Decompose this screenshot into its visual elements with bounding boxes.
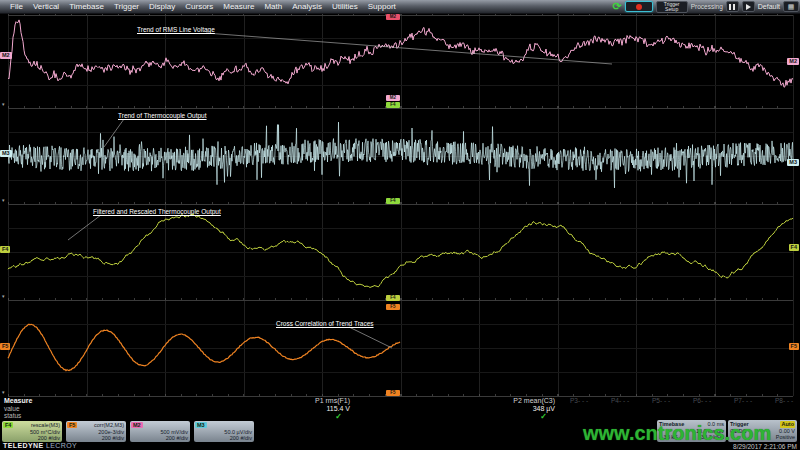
scale-limit-flag: F4 xyxy=(386,198,400,204)
panel-marker-icon: ▾ xyxy=(2,198,5,203)
channel-descriptor-lines: corr(M2,M3)200e-3/div200 #/div xyxy=(94,422,124,441)
panel-marker-icon: ▾ xyxy=(2,294,5,299)
channel-chip-m2: M2 xyxy=(131,422,143,428)
oscilloscope-app: ▾▾▾▾Trend of RMS Line VoltageTrend of Th… xyxy=(0,0,800,450)
descriptor-line: 200e-3/div xyxy=(94,429,124,435)
trace-annotation-label[interactable]: Cross Correlation of Trend Traces xyxy=(276,320,374,327)
scale-limit-flag: F4 xyxy=(386,102,400,108)
play-button[interactable] xyxy=(742,1,755,12)
menu-item-support[interactable]: Support xyxy=(368,2,396,11)
annotation-callout-line xyxy=(349,327,392,348)
trace-F5[interactable] xyxy=(8,324,400,370)
play-icon xyxy=(746,4,751,10)
trace-offset-tag-right[interactable]: M2 xyxy=(787,58,799,65)
descriptor-line: rescale(M3) xyxy=(30,422,60,428)
channel-descriptor-f4[interactable]: F4rescale(M3)500 m°C/div200 #/div xyxy=(2,421,62,442)
menu-item-display[interactable]: Display xyxy=(149,2,175,11)
channel-descriptor-m3[interactable]: M350.0 µV/div200 #/div xyxy=(194,421,254,442)
pause-icon xyxy=(729,4,735,10)
record-dot-icon xyxy=(636,4,642,10)
channel-chip-f4: F4 xyxy=(3,422,13,428)
descriptor-line: 200 #/div xyxy=(30,435,60,441)
trace-offset-tag-left[interactable]: F4 xyxy=(0,246,10,253)
annotation-callout-line xyxy=(68,215,101,240)
trace-M3[interactable] xyxy=(8,122,793,188)
menu-item-timebase[interactable]: Timebase xyxy=(69,2,104,11)
scale-limit-flag: F4 xyxy=(386,295,400,301)
channel-descriptor-lines: rescale(M3)500 m°C/div200 #/div xyxy=(30,422,60,441)
trace-offset-tag-right[interactable]: F4 xyxy=(789,244,799,251)
descriptor-line: 200 #/div xyxy=(160,435,188,441)
waveform-canvas xyxy=(0,0,800,450)
channel-chip-m3: M3 xyxy=(195,422,207,428)
logo-lecroy: LECROY xyxy=(46,442,77,449)
trace-annotation-label[interactable]: Trend of Thermocouple Output xyxy=(118,112,207,119)
menu-item-cursors[interactable]: Cursors xyxy=(185,2,213,11)
trace-offset-tag-left[interactable]: F5 xyxy=(0,343,10,350)
trace-offset-tag-right[interactable]: F5 xyxy=(789,343,799,350)
teledyne-lecroy-logo: TELEDYNE LECROY xyxy=(3,442,77,449)
menu-item-analysis[interactable]: Analysis xyxy=(292,2,322,11)
trigger-setup-button[interactable]: Trigger Setup xyxy=(656,1,688,13)
channel-descriptor-lines: 500 mV/div200 #/div xyxy=(160,429,188,441)
scale-limit-flag: M2 xyxy=(386,14,400,20)
scale-limit-flag: F5 xyxy=(386,390,400,396)
scale-limit-flag: M2 xyxy=(386,95,400,101)
descriptor-line: 50.0 µV/div xyxy=(224,429,252,435)
menu-item-trigger[interactable]: Trigger xyxy=(114,2,139,11)
descriptor-line: 200 #/div xyxy=(94,435,124,441)
scale-limit-flag: F5 xyxy=(386,304,400,310)
menu-item-measure[interactable]: Measure xyxy=(223,2,254,11)
menu-item-math[interactable]: Math xyxy=(264,2,282,11)
logo-teledyne: TELEDYNE xyxy=(3,442,44,449)
trace-M2[interactable] xyxy=(8,20,793,87)
trigger-setup-label-2: Setup xyxy=(665,7,678,12)
trace-annotation-label[interactable]: Trend of RMS Line Voltage xyxy=(137,26,215,33)
descriptor-line: corr(M2,M3) xyxy=(94,422,124,428)
toolbar-right: ⟳ Trigger Setup Processing Default ▦ xyxy=(612,0,799,13)
descriptor-line: 200 #/div xyxy=(224,435,252,441)
menu-item-utilities[interactable]: Utilities xyxy=(332,2,358,11)
auto-refresh-icon[interactable]: ⟳ xyxy=(612,1,621,12)
channel-descriptor-lines: 50.0 µV/div200 #/div xyxy=(224,429,252,441)
default-setup-label[interactable]: Default xyxy=(758,3,780,10)
trace-annotation-label[interactable]: Filtered and Rescaled Thermocouple Outpu… xyxy=(93,208,221,215)
trace-F4[interactable] xyxy=(8,214,793,287)
trace-offset-tag-left[interactable]: M3 xyxy=(0,150,12,157)
pause-button[interactable] xyxy=(726,1,739,12)
menu-item-file[interactable]: File xyxy=(10,2,23,11)
trigger-record-button[interactable] xyxy=(625,1,653,12)
trigger-slope: Positive xyxy=(776,434,795,441)
menu-bar-items: FileVerticalTimebaseTriggerDisplayCursor… xyxy=(0,2,401,11)
trigger-level: 0.00 V xyxy=(779,428,795,435)
channel-descriptor-f5[interactable]: F5corr(M2,M3)200e-3/div200 #/div xyxy=(66,421,126,442)
menu-item-vertical[interactable]: Vertical xyxy=(33,2,59,11)
descriptor-line: 500 mV/div xyxy=(160,429,188,435)
processing-status: Processing xyxy=(691,3,723,10)
panel-marker-icon: ▾ xyxy=(2,102,5,107)
aux-grid-button[interactable]: ▦ xyxy=(783,1,799,12)
trace-offset-tag-right[interactable]: M3 xyxy=(787,159,799,166)
channel-chip-f5: F5 xyxy=(67,422,77,428)
watermark-text: www.cntronics.com xyxy=(583,422,771,445)
trigger-mode-chip: Auto xyxy=(780,421,795,428)
channel-descriptor-m2[interactable]: M2500 mV/div200 #/div xyxy=(130,421,190,442)
grid-icon: ▦ xyxy=(788,3,795,11)
descriptor-line: 500 m°C/div xyxy=(30,429,60,435)
panel-marker-icon: ▾ xyxy=(2,390,5,395)
menu-bar: FileVerticalTimebaseTriggerDisplayCursor… xyxy=(0,0,800,14)
trace-offset-tag-left[interactable]: M2 xyxy=(0,52,12,59)
